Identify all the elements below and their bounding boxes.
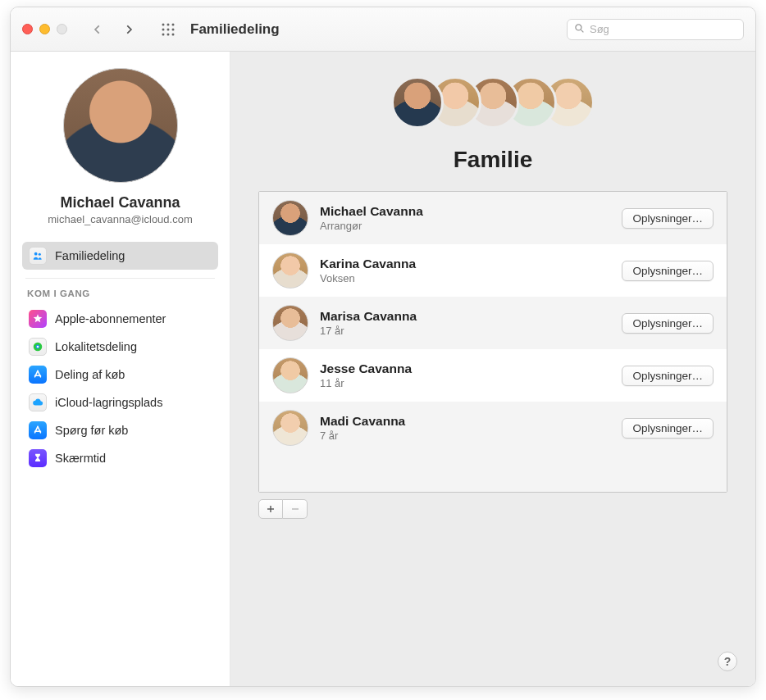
avatar (272, 252, 308, 289)
profile-email: michael_cavanna@icloud.com (48, 213, 193, 225)
list-padding (259, 454, 727, 492)
svg-point-12 (39, 253, 41, 256)
forward-button[interactable] (115, 18, 143, 41)
svg-point-2 (172, 23, 175, 25)
member-role: 17 år (320, 325, 610, 337)
sidebar-item-label: Skærmtid (55, 452, 106, 465)
search-field-wrap[interactable] (567, 19, 744, 40)
profile-block: Michael Cavanna michael_cavanna@icloud.c… (22, 68, 218, 225)
profile-name: Michael Cavanna (60, 194, 180, 211)
details-button[interactable]: Oplysninger… (622, 418, 714, 439)
family-member-row[interactable]: Jesse Cavanna 11 år Oplysninger… (259, 349, 727, 402)
svg-point-1 (167, 23, 170, 25)
member-name: Jesse Cavanna (320, 361, 610, 376)
family-member-row[interactable]: Marisa Cavanna 17 år Oplysninger… (259, 297, 727, 349)
profile-avatar[interactable] (63, 68, 178, 183)
details-button[interactable]: Oplysninger… (622, 208, 714, 229)
member-name: Marisa Cavanna (320, 309, 610, 324)
back-button[interactable] (84, 18, 112, 41)
family-member-row[interactable]: Karina Cavanna Voksen Oplysninger… (259, 244, 727, 297)
sidebar-nav: Familiedeling KOM I GANG Apple-abonnemen… (22, 242, 218, 472)
details-button[interactable]: Oplysninger… (622, 261, 714, 281)
member-role: Voksen (320, 272, 610, 284)
sidebar-item-label: Spørg før køb (55, 424, 128, 437)
add-remove-controls (258, 499, 727, 519)
svg-point-4 (167, 28, 170, 30)
sidebar: Michael Cavanna michael_cavanna@icloud.c… (11, 52, 230, 686)
svg-point-15 (37, 346, 39, 348)
avatar (391, 76, 444, 129)
appstore-icon (29, 421, 47, 439)
sidebar-section-header: KOM I GANG (22, 289, 218, 305)
window-controls (22, 24, 67, 34)
avatar (272, 200, 308, 236)
avatar (272, 357, 308, 393)
sidebar-item-label: iCloud-lagringsplads (55, 396, 162, 409)
svg-point-5 (172, 28, 175, 30)
sidebar-item-label: Deling af køb (55, 368, 125, 381)
member-role: Arrangør (320, 220, 610, 232)
details-button[interactable]: Oplysninger… (622, 313, 714, 334)
sidebar-item-purchase-sharing[interactable]: Deling af køb (22, 361, 218, 389)
avatar (272, 410, 308, 446)
search-icon (574, 22, 585, 37)
star-icon (29, 310, 47, 328)
help-icon: ? (724, 655, 732, 668)
member-name: Karina Cavanna (320, 257, 610, 271)
family-member-row[interactable]: Madi Cavanna 7 år Oplysninger… (259, 402, 727, 454)
svg-point-0 (162, 23, 165, 25)
search-input[interactable] (590, 23, 736, 35)
findmy-icon (29, 338, 47, 356)
sidebar-item-label: Apple-abonnementer (55, 312, 166, 325)
help-button[interactable]: ? (718, 652, 737, 671)
svg-point-9 (576, 24, 581, 30)
appstore-icon (29, 366, 47, 384)
sidebar-item-location-sharing[interactable]: Lokalitetsdeling (22, 333, 218, 361)
svg-point-11 (34, 252, 38, 256)
sidebar-item-ask-to-buy[interactable]: Spørg før køb (22, 416, 218, 444)
svg-point-3 (162, 28, 165, 30)
member-role: 11 år (320, 377, 610, 389)
svg-point-7 (167, 33, 170, 35)
sidebar-item-label: Lokalitetsdeling (55, 340, 137, 353)
close-window-button[interactable] (22, 24, 33, 34)
main-panel: Familie Michael Cavanna Arrangør Oplysni… (230, 52, 755, 686)
avatar (272, 305, 308, 341)
add-member-button[interactable] (258, 499, 283, 519)
page-title: Familie (258, 147, 727, 173)
family-member-row[interactable]: Michael Cavanna Arrangør Oplysninger… (259, 192, 727, 244)
sidebar-item-screen-time[interactable]: Skærmtid (22, 444, 218, 472)
sidebar-item-label: Familiedeling (55, 249, 125, 262)
family-avatar-stack (258, 76, 727, 129)
hourglass-icon (29, 449, 47, 467)
window-body: Michael Cavanna michael_cavanna@icloud.c… (11, 52, 755, 686)
family-members-list: Michael Cavanna Arrangør Oplysninger… Ka… (258, 191, 727, 493)
remove-member-button[interactable] (283, 499, 308, 519)
sidebar-separator (25, 278, 215, 279)
member-name: Madi Cavanna (320, 414, 610, 429)
icloud-icon (29, 393, 47, 411)
svg-point-6 (162, 33, 165, 35)
window-title: Familiedeling (190, 21, 280, 38)
zoom-window-button[interactable] (57, 24, 67, 34)
preferences-window: Familiedeling Michael Cavanna michael_ca… (10, 7, 756, 687)
member-name: Michael Cavanna (320, 204, 610, 219)
details-button[interactable]: Oplysninger… (622, 366, 714, 386)
sidebar-item-family-sharing[interactable]: Familiedeling (22, 242, 218, 270)
family-icon (29, 247, 47, 265)
titlebar: Familiedeling (11, 7, 755, 52)
sidebar-item-apple-subscriptions[interactable]: Apple-abonnementer (22, 305, 218, 333)
member-role: 7 år (320, 430, 610, 442)
minimize-window-button[interactable] (39, 24, 50, 34)
sidebar-item-icloud-storage[interactable]: iCloud-lagringsplads (22, 389, 218, 416)
nav-buttons (84, 18, 143, 41)
show-all-button[interactable] (154, 18, 182, 41)
svg-line-10 (581, 30, 583, 32)
svg-point-8 (172, 33, 175, 35)
